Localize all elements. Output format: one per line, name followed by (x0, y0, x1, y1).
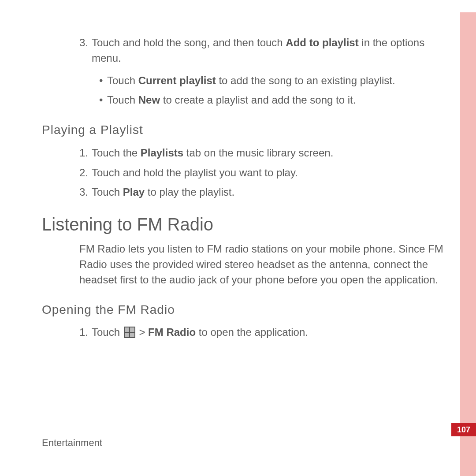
svg-rect-3 (125, 333, 129, 337)
step-number: 3. (79, 185, 92, 200)
bullet-item: • Touch New to create a playlist and add… (42, 93, 450, 108)
text-pre: Touch the (92, 147, 141, 159)
svg-rect-4 (130, 333, 134, 337)
bullet-dot: • (99, 73, 107, 89)
text-post: tab on the music library screen. (183, 147, 333, 159)
text-pre: Touch (92, 186, 123, 198)
svg-rect-2 (130, 327, 134, 332)
heading-fm-radio: Listening to FM Radio (42, 212, 450, 237)
svg-rect-1 (125, 327, 129, 332)
text-pre: Touch (107, 94, 138, 106)
text-bold: New (138, 94, 160, 106)
text-bold: Current playlist (138, 74, 216, 86)
bullet-item: • Touch Current playlist to add the song… (42, 73, 450, 89)
text-post: to create a playlist and add the song to… (160, 94, 356, 106)
step-number: 1. (79, 325, 92, 340)
text-bold: Playlists (141, 147, 183, 159)
page-number-badge: 107 (451, 423, 476, 436)
step-number: 3. (79, 35, 92, 66)
footer-section-label: Entertainment (42, 437, 102, 449)
text-bold: Play (123, 186, 145, 198)
step-text: Touch Play to play the playlist. (92, 185, 450, 200)
text-post: to play the playlist. (145, 186, 234, 198)
fm-intro-paragraph: FM Radio lets you listen to FM radio sta… (42, 242, 450, 287)
text-sep: > (136, 326, 148, 338)
bullet-text: Touch New to create a playlist and add t… (107, 93, 450, 108)
playlist-step-2: 2. Touch and hold the playlist you want … (42, 165, 450, 181)
side-accent-bar (460, 12, 476, 476)
text-post: to open the application. (196, 326, 308, 338)
fm-step-1: 1. Touch > FM Radio to open the applicat… (42, 325, 450, 340)
playlist-step-3: 3. Touch Play to play the playlist. (42, 185, 450, 200)
bullet-dot: • (99, 93, 107, 108)
playlist-step-1: 1. Touch the Playlists tab on the music … (42, 145, 450, 161)
text-pre: Touch (107, 74, 138, 86)
subheading-playing-playlist: Playing a Playlist (42, 121, 450, 139)
step-text: Touch and hold the playlist you want to … (92, 165, 450, 181)
step-text: Touch and hold the song, and then touch … (92, 35, 450, 66)
text-bold: FM Radio (148, 326, 196, 338)
apps-grid-icon (124, 327, 135, 338)
text-pre: Touch and hold the playlist you want to … (92, 167, 298, 178)
step-number: 2. (79, 165, 92, 181)
step-text: Touch > FM Radio to open the application… (92, 325, 450, 340)
page-content: 3. Touch and hold the song, and then tou… (42, 35, 450, 345)
text-pre: Touch and hold the song, and then touch (92, 37, 286, 48)
step-3: 3. Touch and hold the song, and then tou… (42, 35, 450, 66)
bullet-text: Touch Current playlist to add the song t… (107, 73, 450, 89)
text-bold: Add to playlist (286, 37, 358, 48)
text-pre: Touch (92, 326, 123, 338)
text-post: to add the song to an existing playlist. (216, 74, 395, 86)
step-text: Touch the Playlists tab on the music lib… (92, 145, 450, 161)
subheading-opening-fm: Opening the FM Radio (42, 301, 450, 319)
step-number: 1. (79, 145, 92, 161)
